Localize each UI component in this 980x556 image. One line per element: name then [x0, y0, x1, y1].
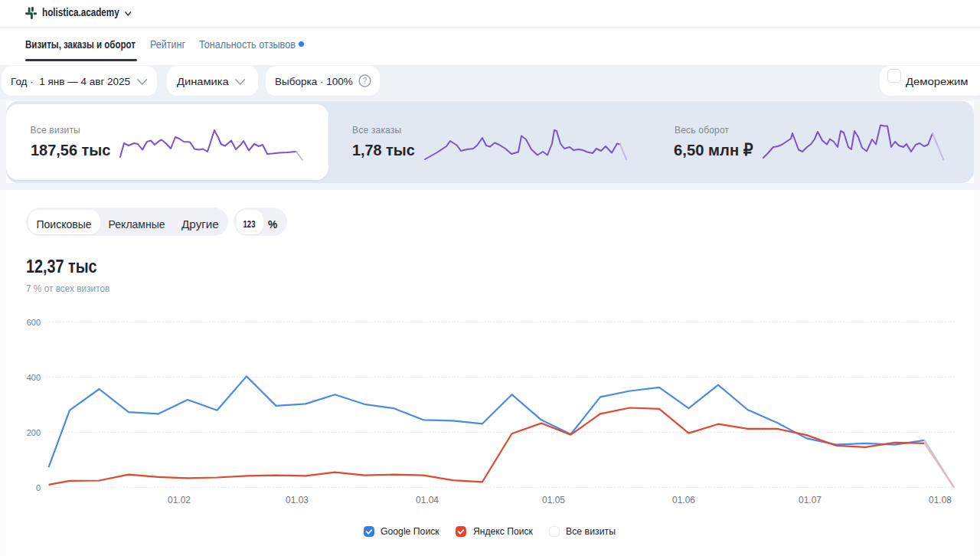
svg-text:?: ?: [363, 77, 368, 85]
